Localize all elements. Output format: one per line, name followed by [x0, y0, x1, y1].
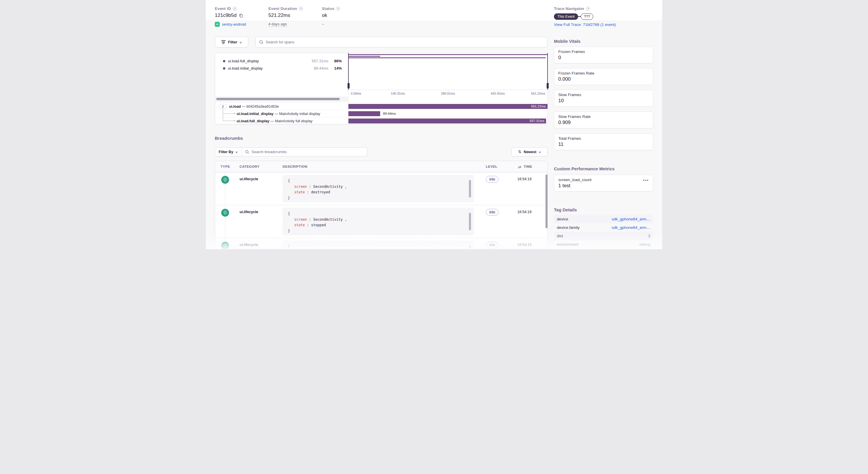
minimap-bar: [349, 54, 547, 55]
table-vertical-scrollbar[interactable]: [546, 174, 548, 228]
col-category[interactable]: CATEGORY: [240, 165, 260, 168]
trace-connector: [578, 16, 581, 17]
breadcrumb-time: 16:54:19: [502, 177, 531, 181]
breadcrumb-search: [242, 147, 367, 156]
tag-value-link[interactable]: sdk_gphone64_arm…: [612, 225, 650, 230]
code-comma: ,: [345, 217, 347, 221]
dash: —: [242, 105, 246, 109]
code-value: destroyed: [311, 190, 330, 194]
help-icon[interactable]: ?: [336, 7, 340, 11]
code-key: screen: [294, 217, 307, 221]
copy-icon[interactable]: [239, 13, 243, 18]
help-icon[interactable]: ?: [233, 7, 237, 11]
breadcrumb-description[interactable]: { screen : SecondActivity , state : dest…: [283, 175, 474, 202]
scrollbar-thumb[interactable]: [469, 246, 471, 249]
minimap-bar: [349, 57, 546, 58]
breadcrumbs-title: Breadcrumbs: [215, 136, 243, 141]
event-detail-page: Event ID ? 121c9b5d sentry-android: [206, 0, 662, 249]
breadcrumb-sort-button[interactable]: ⇅ Newest ∨: [512, 147, 548, 156]
breadcrumb-category: ui.lifecycle: [240, 210, 258, 214]
axis-tick: [398, 90, 398, 91]
legend-op-name: ui.load.full_display: [228, 59, 259, 63]
tag-key: device.family: [557, 225, 580, 230]
axis-tick-label: 0.00ms: [351, 92, 361, 95]
breadcrumb-row[interactable]: ui.lifecycle { screen : SecondActivity ,…: [215, 172, 548, 205]
col-type[interactable]: TYPE: [221, 165, 230, 168]
legend-row[interactable]: ui.load.initial_display 89.44ms 14%: [215, 65, 348, 72]
code-key: state: [294, 190, 305, 194]
span-description: b04245a3ea91453e: [247, 105, 279, 109]
breadcrumb-row[interactable]: ui.lifecycle { screen : SecondActivity ,…: [215, 205, 548, 238]
axis-tick-label: 280.61ms: [441, 92, 455, 95]
unknown-trace-pill[interactable]: ???: [581, 13, 593, 20]
code-colon: :: [309, 217, 311, 221]
col-description[interactable]: DESCRIPTION: [283, 165, 307, 168]
help-icon[interactable]: ?: [299, 7, 303, 11]
vital-card: Frozen Frames Rate 0.000: [554, 68, 653, 85]
code-open: {: [288, 244, 290, 249]
breadcrumb-time: 16:54:19: [502, 210, 531, 214]
navigation-pin-icon: [221, 242, 229, 249]
span-color-dot: [223, 60, 225, 62]
breadcrumb-description[interactable]: {: [283, 240, 474, 249]
span-bar[interactable]: 557.31ms: [348, 119, 546, 123]
code-comma: ,: [345, 185, 347, 189]
scrollbar-thumb[interactable]: [469, 213, 471, 230]
legend-horizontal-scrollbar[interactable]: [215, 96, 348, 101]
tag-value-link[interactable]: sdk_gphone64_arm…: [612, 217, 650, 221]
code-key: state: [294, 223, 305, 227]
this-event-pill[interactable]: This Event: [554, 13, 578, 20]
breadcrumb-time: 16:54:18: [502, 243, 531, 247]
code-close: }: [288, 229, 290, 233]
code-colon: :: [307, 190, 309, 194]
scrollbar-thumb[interactable]: [469, 180, 471, 198]
minimap-left-handle[interactable]: [347, 83, 349, 89]
tag-value-link[interactable]: debug: [639, 242, 650, 247]
axis-tick-label: 420.92ms: [491, 92, 505, 95]
span-tree-row[interactable]: ui.load.initial_display — MainActivity i…: [215, 110, 548, 117]
tag-value-link[interactable]: 2: [648, 234, 650, 238]
span-duration-label: 557.31ms: [529, 119, 544, 123]
breadcrumb-row[interactable]: ui.lifecycle { Info 16:54:18: [215, 238, 548, 249]
span-tree-row[interactable]: ui.load.full_display — MainActivity full…: [215, 117, 548, 124]
minimap-bar: [349, 56, 380, 57]
span-search-input[interactable]: [266, 40, 544, 44]
axis-tick: [498, 90, 498, 91]
tag-details-title: Tag Details: [554, 207, 577, 212]
scrollbar-thumb[interactable]: [216, 98, 340, 100]
search-icon: [245, 150, 249, 154]
project-link[interactable]: sentry-android: [222, 22, 246, 27]
breadcrumb-search-input[interactable]: [251, 150, 364, 154]
event-duration-label: Event Duration: [268, 6, 297, 11]
overflow-menu-icon[interactable]: •••: [643, 178, 649, 182]
col-time[interactable]: TIME: [524, 165, 532, 168]
breadcrumb-category: ui.lifecycle: [240, 243, 258, 247]
help-icon[interactable]: ?: [586, 7, 590, 11]
breadcrumb-filter-button[interactable]: Filter By ∨: [215, 147, 242, 156]
span-tree-row[interactable]: 2 ui.load — b04245a3ea91453e 561.22ms: [215, 102, 548, 110]
vital-value: 0: [558, 55, 649, 61]
span-count-badge[interactable]: 2: [219, 104, 227, 109]
span-op: ui.load: [229, 105, 241, 109]
span-bar[interactable]: 561.22ms: [348, 104, 548, 109]
breadcrumb-description[interactable]: { screen : SecondActivity , state : stop…: [283, 208, 474, 235]
span-bar[interactable]: [348, 111, 380, 116]
event-duration-block: Event Duration ? 521.22ms 4 days ago: [268, 6, 303, 27]
legend-row[interactable]: ui.load.full_display 557.31ms 86%: [215, 57, 348, 65]
event-age[interactable]: 4 days ago: [268, 22, 287, 27]
vital-value: 10: [558, 98, 649, 103]
sort-label: Newest: [524, 150, 536, 154]
sort-leftright-icon[interactable]: ⇄: [518, 165, 522, 169]
metric-label: screen_load_count: [558, 178, 649, 182]
span-filter-button[interactable]: Filter ∨: [215, 37, 248, 48]
span-minimap[interactable]: [348, 53, 548, 90]
code-close: }: [288, 196, 290, 200]
filter-by-label: Filter By: [219, 150, 233, 154]
minimap-right-handle[interactable]: [547, 83, 549, 89]
vital-label: Frozen Frames: [558, 50, 649, 54]
event-id-label-row: Event ID ?: [215, 6, 246, 11]
col-level[interactable]: LEVEL: [486, 165, 497, 168]
dash: —: [275, 112, 278, 116]
view-full-trace-link[interactable]: View Full Trace: 71bf2768 (1 event): [554, 22, 616, 27]
event-duration-value: 521.22ms: [268, 12, 290, 18]
